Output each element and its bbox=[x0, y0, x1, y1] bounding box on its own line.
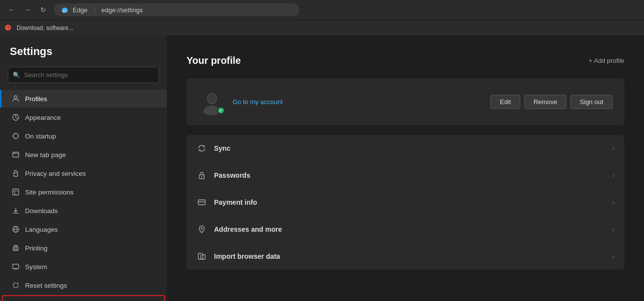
svg-rect-11 bbox=[14, 173, 18, 176]
printing-icon bbox=[11, 244, 20, 252]
settings-list-item-passwords[interactable]: Passwords › bbox=[187, 162, 624, 189]
main-layout: Settings 🔍 Profiles bbox=[0, 35, 644, 301]
passwords-chevron-icon: › bbox=[612, 171, 615, 179]
sign-out-button[interactable]: Sign out bbox=[570, 95, 613, 109]
svg-rect-22 bbox=[13, 264, 19, 269]
bookmarks-bar: 🅜 Download, software... bbox=[0, 20, 644, 35]
sidebar-item-privacy-services[interactable]: Privacy and services bbox=[0, 164, 167, 182]
forward-button[interactable]: → bbox=[21, 3, 34, 17]
settings-list-item-payment-info[interactable]: Payment info › bbox=[187, 189, 624, 216]
payment-info-label: Payment info bbox=[214, 198, 605, 206]
import-data-chevron-icon: › bbox=[612, 252, 615, 260]
on-startup-icon bbox=[11, 132, 20, 140]
search-settings-input[interactable] bbox=[8, 67, 159, 83]
nav-buttons: ← → ↻ bbox=[5, 3, 50, 17]
browser-name-label: Edge bbox=[73, 6, 87, 14]
remove-profile-button[interactable]: Remove bbox=[524, 95, 566, 109]
appearance-icon bbox=[11, 113, 20, 122]
sync-chevron-icon: › bbox=[612, 144, 615, 152]
sidebar-title: Settings bbox=[0, 45, 167, 66]
settings-list: Sync › Passwords › bbox=[187, 135, 624, 270]
go-to-account-button[interactable]: Go to my account bbox=[233, 98, 283, 106]
sidebar-item-downloads[interactable]: Downloads bbox=[0, 202, 167, 219]
bookmark-download-software[interactable]: Download, software... bbox=[14, 24, 76, 32]
sidebar-item-profiles[interactable]: Profiles bbox=[0, 90, 167, 108]
sidebar-label-site-permissions: Site permissions bbox=[25, 189, 74, 196]
payment-info-chevron-icon: › bbox=[612, 198, 615, 206]
back-button[interactable]: ← bbox=[5, 3, 19, 17]
sidebar-item-on-startup[interactable]: On startup bbox=[0, 127, 167, 145]
addresses-chevron-icon: › bbox=[612, 225, 615, 233]
passwords-icon bbox=[196, 170, 207, 181]
sidebar-item-appearance[interactable]: Appearance bbox=[0, 109, 167, 126]
sidebar-label-privacy-services: Privacy and services bbox=[25, 170, 86, 177]
search-icon: 🔍 bbox=[13, 72, 20, 79]
sidebar-label-reset-settings: Reset settings bbox=[25, 282, 67, 289]
sidebar-label-printing: Printing bbox=[25, 245, 48, 252]
new-tab-page-icon bbox=[11, 150, 20, 159]
profile-left: Go to my account bbox=[198, 88, 283, 115]
sidebar-label-downloads: Downloads bbox=[25, 207, 58, 215]
sidebar-label-system: System bbox=[25, 263, 47, 271]
svg-point-33 bbox=[201, 228, 203, 229]
sidebar-item-system[interactable]: System bbox=[0, 258, 167, 275]
address-label: edge://settings bbox=[102, 6, 143, 14]
system-icon bbox=[11, 262, 20, 271]
settings-list-item-addresses[interactable]: Addresses and more › bbox=[187, 216, 624, 243]
sidebar-label-appearance: Appearance bbox=[25, 114, 61, 121]
separator: | bbox=[93, 5, 95, 14]
languages-icon bbox=[11, 225, 20, 234]
search-settings-wrapper: 🔍 bbox=[0, 67, 167, 89]
edit-profile-button[interactable]: Edit bbox=[490, 95, 520, 109]
addresses-label: Addresses and more bbox=[214, 225, 605, 233]
sync-icon bbox=[196, 143, 207, 154]
bookmark-favicon: 🅜 bbox=[5, 25, 11, 31]
svg-rect-8 bbox=[13, 152, 19, 157]
sidebar-label-languages: Languages bbox=[25, 226, 58, 233]
sidebar-label-new-tab-page: New tab page bbox=[25, 151, 66, 159]
add-profile-button[interactable]: + Add profile bbox=[589, 57, 624, 64]
site-permissions-icon bbox=[11, 188, 20, 196]
sidebar-item-reset-settings[interactable]: Reset settings bbox=[0, 276, 167, 294]
sidebar-label-profiles: Profiles bbox=[25, 95, 47, 103]
svg-rect-31 bbox=[198, 200, 205, 205]
search-input-wrapper: 🔍 bbox=[8, 67, 159, 83]
svg-point-1 bbox=[14, 96, 17, 99]
profile-verified-badge bbox=[217, 107, 225, 114]
svg-point-28 bbox=[208, 94, 216, 104]
sidebar-item-printing[interactable]: Printing bbox=[0, 239, 167, 257]
settings-list-item-import-data[interactable]: Import browser data › bbox=[187, 243, 624, 270]
content-header: Your profile + Add profile bbox=[187, 55, 624, 66]
sidebar-item-new-tab-page[interactable]: New tab page bbox=[0, 146, 167, 164]
addresses-icon bbox=[196, 224, 207, 235]
sync-label: Sync bbox=[214, 144, 605, 152]
sidebar-item-about-edge[interactable]: About Microsoft Edge bbox=[2, 295, 165, 301]
passwords-label: Passwords bbox=[214, 171, 605, 179]
avatar-wrapper bbox=[198, 88, 226, 115]
svg-rect-12 bbox=[13, 189, 19, 195]
payment-info-icon bbox=[196, 197, 207, 208]
refresh-button[interactable]: ↻ bbox=[36, 3, 50, 17]
sidebar-item-languages[interactable]: Languages bbox=[0, 220, 167, 238]
profile-actions: Edit Remove Sign out bbox=[490, 95, 613, 109]
sidebar: Settings 🔍 Profiles bbox=[0, 35, 167, 301]
titlebar: ← → ↻ Edge | edge://settings bbox=[0, 0, 644, 20]
profiles-icon bbox=[11, 94, 20, 103]
svg-rect-21 bbox=[14, 248, 17, 250]
svg-point-30 bbox=[201, 176, 202, 177]
settings-list-item-sync[interactable]: Sync › bbox=[187, 135, 624, 162]
sidebar-item-site-permissions[interactable]: Site permissions bbox=[0, 183, 167, 201]
edge-logo-icon bbox=[61, 6, 69, 14]
import-data-label: Import browser data bbox=[214, 252, 605, 260]
sidebar-label-on-startup: On startup bbox=[25, 133, 56, 140]
downloads-icon bbox=[11, 206, 20, 215]
content-area: Your profile + Add profile bbox=[167, 35, 644, 301]
import-data-icon bbox=[196, 251, 207, 262]
profile-card: Go to my account Edit Remove Sign out bbox=[187, 78, 624, 125]
address-bar[interactable]: Edge | edge://settings bbox=[54, 3, 299, 16]
privacy-icon bbox=[11, 169, 20, 178]
page-title: Your profile bbox=[187, 55, 241, 66]
reset-settings-icon bbox=[11, 281, 20, 290]
